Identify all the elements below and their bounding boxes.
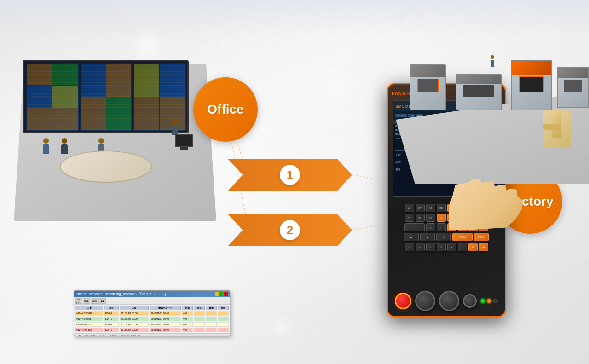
key-feed-hold[interactable]: HOLD (474, 233, 489, 241)
feed-dial[interactable] (439, 291, 459, 311)
key-h3[interactable]: ◉ (468, 223, 478, 231)
key-g4[interactable]: ▣ (468, 214, 478, 222)
key-stop[interactable]: ■ (420, 233, 435, 241)
spindle-dial[interactable] (415, 291, 435, 311)
software-window: Smooth Scheduler - scheduling_schedule -… (74, 290, 230, 336)
key-g2[interactable]: ◈ (447, 214, 456, 222)
sw-close-btn[interactable] (224, 292, 228, 296)
sw-tool-icons[interactable]: ■■ (98, 298, 106, 304)
emergency-stop-button[interactable] (395, 293, 411, 309)
led-status (487, 299, 491, 303)
display-wall (23, 60, 189, 133)
led-power (480, 299, 485, 303)
key-4v[interactable]: 4V (405, 214, 414, 222)
key-xk[interactable]: xK (416, 214, 425, 222)
key-row-4: ▶ ■ ↺ CYCLE HOLD (392, 233, 501, 241)
led-alarm (493, 299, 498, 303)
sw-title-text: Smooth Scheduler - scheduling_schedule -… (76, 292, 214, 296)
robot-arm (543, 110, 571, 147)
machine-2 (456, 74, 502, 110)
sw-tool-file[interactable]: ファイル (75, 298, 82, 304)
jog-strip: ◁ ▷ △ ▽ + - || ▶ (392, 243, 501, 251)
sw-data-table: 工番品目工程機械グループ納期期日数量状態 #1144-D5 6040EDR-72… (74, 305, 230, 333)
sw-footer: 工程スケジュール 工番 3 選択中 3 発注数 0-00-00 (74, 333, 230, 336)
display-screen-1 (26, 63, 79, 131)
key-f2[interactable]: F2 (458, 204, 467, 212)
arrow-1-connector: 1 (228, 156, 352, 193)
key-reset[interactable]: ↺ (436, 233, 451, 241)
key-tri1[interactable]: △ (426, 223, 435, 231)
key-f3[interactable]: F3 (468, 204, 478, 212)
key-start[interactable]: ▶ (404, 233, 419, 241)
jog-2[interactable]: ▷ (416, 243, 425, 251)
machine-3 (511, 60, 552, 110)
sw-toolbar: ファイル 編集 表示 ■■ (74, 297, 230, 305)
ctrl-keyboard: x2 XY XZ KB F1 F2 F3 F4 4V xK AX ◈ ◈ ▣ ▣… (392, 204, 501, 289)
key-g5[interactable]: ▣ (479, 214, 488, 222)
sw-minimize-btn[interactable] (215, 292, 219, 296)
factory-scene (396, 37, 589, 184)
top-fade (0, 0, 589, 37)
machine-1 (410, 64, 446, 110)
led-indicator-row (480, 299, 498, 303)
key-ax[interactable]: AX (426, 214, 435, 222)
arrow-2-shape: 2 (228, 214, 352, 246)
jog-8[interactable]: ▶ (479, 243, 488, 251)
desk-monitor (175, 134, 193, 147)
sw-row-4[interactable]: #1144-AW 8CYEDR-72016/17/7 00:002016/01/… (75, 328, 229, 332)
arrow-1-number: 1 (280, 165, 300, 185)
jog-3[interactable]: △ (426, 243, 435, 251)
key-f4[interactable]: F4 (479, 204, 488, 212)
sw-maximize-btn[interactable] (219, 292, 223, 296)
key-feed-rate[interactable]: →| (404, 223, 425, 231)
key-row-3: →| △ □ ◉ ◉ ◉ ◉ (392, 223, 501, 231)
sw-tool-edit[interactable]: 編集 (83, 298, 90, 304)
office-badge-label: Office (207, 102, 243, 117)
sw-row-2[interactable]: #1144-0R 361EDR-72016/17/7 00:002016/01/… (75, 317, 229, 321)
key-xz[interactable]: XZ (426, 204, 435, 212)
key-row-1: x2 XY XZ KB F1 F2 F3 F4 (392, 204, 501, 212)
jog-4[interactable]: ▽ (437, 243, 446, 251)
jog-7[interactable]: || (468, 243, 478, 251)
key-h1[interactable]: ◉ (447, 223, 456, 231)
arrow-2-number: 2 (280, 220, 300, 240)
machine-4 (557, 67, 589, 108)
jog-6[interactable]: - (458, 243, 467, 251)
office-badge: Office (193, 77, 258, 142)
sw-row-3[interactable]: #1144-AW 382EDR-72016/17/7 00:002016/01/… (75, 322, 229, 327)
key-x2[interactable]: x2 (405, 204, 414, 212)
arrow-1-shape: 1 (228, 159, 352, 191)
key-row-2: 4V xK AX ◈ ◈ ▣ ▣ ▣ (392, 214, 501, 222)
key-h4[interactable]: ◉ (479, 223, 488, 231)
sw-row-1[interactable]: #1144-D5 6040EDR-72016/17/7 00:002016/01… (75, 311, 229, 316)
arrow-2-connector: 2 (228, 212, 352, 248)
key-g1[interactable]: ◈ (437, 214, 446, 222)
jog-5[interactable]: + (447, 243, 456, 251)
key-cycle-start[interactable]: CYCLE (452, 233, 473, 241)
rapid-dial[interactable] (463, 294, 477, 308)
factory-person (488, 55, 497, 74)
key-g3[interactable]: ▣ (458, 214, 467, 222)
sw-titlebar: Smooth Scheduler - scheduling_schedule -… (74, 291, 230, 297)
sw-tool-view[interactable]: 表示 (91, 298, 98, 304)
display-screen-2 (80, 63, 133, 131)
key-xy[interactable]: XY (416, 204, 425, 212)
key-f1[interactable]: F1 (447, 204, 456, 212)
key-kb[interactable]: KB (437, 204, 446, 212)
key-h2[interactable]: ◉ (458, 223, 467, 231)
office-scene (14, 46, 221, 221)
jog-1[interactable]: ◁ (405, 243, 414, 251)
ctrl-bottom-controls (392, 289, 501, 312)
key-sq1[interactable]: □ (437, 223, 446, 231)
